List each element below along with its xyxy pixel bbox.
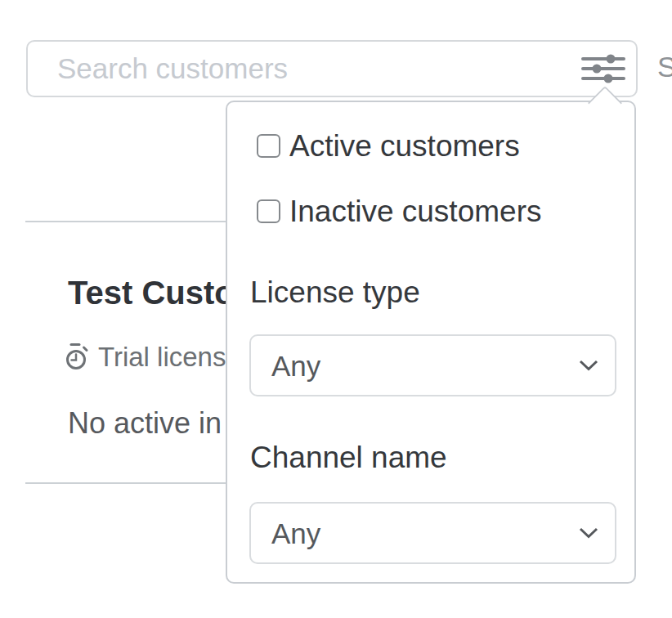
- checkbox-label: Inactive customers: [289, 196, 541, 226]
- active-customers-checkbox[interactable]: [257, 134, 280, 158]
- customer-status-text: No active in: [68, 406, 222, 441]
- channel-name-label: Channel name: [250, 441, 447, 476]
- license-type-label: License type: [250, 275, 420, 311]
- stopwatch-icon: [65, 343, 89, 370]
- search-input[interactable]: [28, 42, 636, 96]
- checkbox-label: Active customers: [289, 131, 520, 161]
- license-info-row: Trial license: [65, 343, 241, 370]
- inactive-customers-checkbox-row[interactable]: Inactive customers: [257, 197, 541, 225]
- license-type-select[interactable]: Any: [249, 334, 616, 396]
- filter-sliders-icon: [581, 52, 625, 85]
- filter-panel: Active customers Inactive customers Lice…: [226, 101, 636, 584]
- license-type-select-value: Any: [271, 352, 320, 380]
- chevron-down-icon: [579, 527, 598, 539]
- inactive-customers-checkbox[interactable]: [257, 199, 280, 223]
- search-box: [26, 40, 638, 97]
- chevron-down-icon: [579, 360, 598, 371]
- active-customers-checkbox-row[interactable]: Active customers: [257, 132, 520, 159]
- filter-button[interactable]: [581, 52, 625, 85]
- sort-label-partial[interactable]: S: [657, 51, 672, 83]
- channel-name-select[interactable]: Any: [249, 502, 616, 564]
- customer-search-screen: S Test Customer Trial license No active …: [0, 0, 672, 618]
- license-badge-text: Trial license: [98, 343, 241, 370]
- channel-name-select-value: Any: [271, 519, 320, 548]
